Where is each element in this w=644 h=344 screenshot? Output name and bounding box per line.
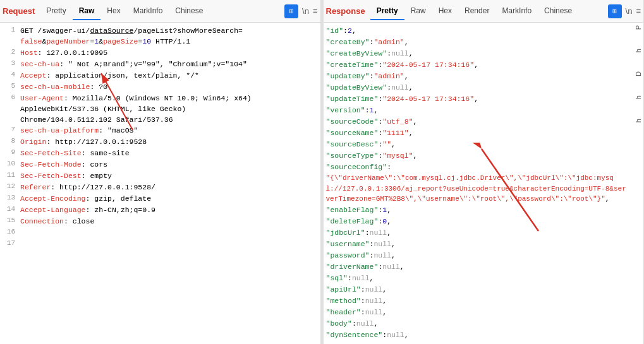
resp-line-method: "method":null,: [324, 295, 633, 307]
resp-line-deleteflag: "deleteFlag":0,: [324, 216, 633, 227]
resp-line-createbyview: "createByView":null,: [324, 48, 633, 59]
resp-line-version: "version":1,: [324, 105, 633, 116]
request-menu-icon[interactable]: ≡: [313, 6, 318, 16]
request-line-6: 6 User-Agent: Mozilla/5.0 (Windows NT 10…: [0, 93, 320, 126]
response-panel: Response Pretty Raw Hex Render MarkInfo …: [324, 0, 645, 344]
request-panel: Request Pretty Raw Hex MarkInfo Chinese …: [0, 0, 321, 344]
resp-line-apiurl: "apiUrl":null,: [324, 284, 633, 295]
resp-line-updatebyview: "updateByView":null,: [324, 82, 633, 93]
request-line-15: 15 Connection: close: [0, 216, 320, 227]
resp-line-dynsentence: "dynSentence":null,: [324, 329, 633, 341]
line-content-1: GET /swagger-ui/dataSource/pageList?show…: [20, 25, 318, 47]
tab-request-pretty[interactable]: Pretty: [40, 3, 72, 20]
resp-line-jdbcurl: "jdbcUrl":null,: [324, 227, 633, 239]
request-line-4: 4 Accept: application/json, text/plain, …: [0, 70, 320, 81]
request-line-11: 11 Sec-Fetch-Dest: empty: [0, 170, 320, 182]
resp-line-password: "password":null,: [324, 250, 633, 261]
resp-line-createby: "createBy":"admin",: [324, 37, 633, 48]
resp-line-enableflag: "enableFlag":1,: [324, 205, 633, 216]
tab-response-hex[interactable]: Hex: [432, 3, 458, 20]
request-line-17: 17: [0, 239, 320, 250]
request-line-12: 12 Referer: http://127.0.0.1:9528/: [0, 182, 320, 193]
response-copy-icon[interactable]: ⊞: [608, 4, 622, 18]
request-line-8: 8 Origin: http://127.0.0.1:9528: [0, 136, 320, 148]
tab-response-markinfo[interactable]: MarkInfo: [495, 3, 538, 20]
resp-line-createtime: "createTime":"2024-05-17 17:34:16",: [324, 59, 633, 71]
tab-response-chinese[interactable]: Chinese: [538, 3, 578, 20]
response-title: Response: [326, 6, 365, 16]
side-label-h1: h: [635, 49, 642, 52]
request-copy-icon[interactable]: ⊞: [284, 4, 298, 18]
side-label-d: D: [635, 71, 642, 76]
resp-line-sourceconfig-val: "{\"driverName\":\"com.mysql.cj.jdbc.Dri…: [324, 173, 633, 205]
resp-line-sourcedesc: "sourceDesc":"",: [324, 139, 633, 150]
resp-line-sourcetype: "sourceType":"mysql",: [324, 150, 633, 162]
request-line-10: 10 Sec-Fetch-Mode: cors: [0, 159, 320, 170]
resp-line-sql: "sql":null,: [324, 273, 633, 284]
request-wrap-icon[interactable]: \n: [302, 6, 309, 16]
tab-request-markinfo[interactable]: MarkInfo: [127, 3, 169, 20]
resp-line-header: "header":null,: [324, 307, 633, 318]
tab-request-hex[interactable]: Hex: [100, 3, 126, 20]
tab-response-pretty[interactable]: Pretty: [370, 3, 404, 20]
resp-line-sourcecode: "sourceCode":"utf_8",: [324, 116, 633, 128]
resp-line-sourcename: "sourceName":"1111",: [324, 128, 633, 139]
line-num-1: 1: [3, 25, 15, 33]
side-label-h2: h: [635, 95, 642, 99]
response-menu-icon[interactable]: ≡: [636, 6, 641, 16]
request-line-3: 3 sec-ch-ua: " Not A;Brand";v="99", "Chr…: [0, 59, 320, 70]
request-content: 1 GET /swagger-ui/dataSource/pageList?sh…: [0, 23, 320, 344]
request-line-1: 1 GET /swagger-ui/dataSource/pageList?sh…: [0, 25, 320, 47]
request-title: Request: [3, 6, 35, 16]
request-line-5: 5 sec-ch-ua-mobile: ?0: [0, 81, 320, 93]
resp-line-updatetime: "updateTime":"2024-05-17 17:34:16",: [324, 93, 633, 105]
resp-line-drivername: "driverName":null,: [324, 261, 633, 273]
request-tab-bar: Request Pretty Raw Hex MarkInfo Chinese …: [0, 0, 320, 23]
side-label-h3: h: [635, 119, 642, 122]
resp-line-id: "id":2,: [324, 25, 633, 37]
resp-line-sourceconfig-key: "sourceConfig":: [324, 162, 633, 173]
request-line-9: 9 Sec-Fetch-Site: same-site: [0, 148, 320, 159]
request-line-13: 13 Accept-Encoding: gzip, deflate: [0, 193, 320, 205]
response-wrap-icon[interactable]: \n: [626, 6, 633, 16]
tab-response-render[interactable]: Render: [458, 3, 495, 20]
response-side-labels: P h D h h: [635, 25, 643, 122]
side-label-p: P: [635, 25, 642, 30]
request-line-16: 16: [0, 227, 320, 239]
request-line-2: 2 Host: 127.0.0.1:9095: [0, 47, 320, 59]
tab-request-raw[interactable]: Raw: [73, 3, 101, 20]
tab-response-raw[interactable]: Raw: [404, 3, 432, 20]
response-content: "id":2, "createBy":"admin", "createByVie…: [324, 23, 644, 344]
tab-request-chinese[interactable]: Chinese: [169, 3, 209, 20]
resp-line-username: "username":null,: [324, 239, 633, 250]
request-line-14: 14 Accept-Language: zh-CN,zh;q=0.9: [0, 205, 320, 216]
response-tab-bar: Response Pretty Raw Hex Render MarkInfo …: [324, 0, 644, 23]
resp-line-body: "body":null,: [324, 318, 633, 329]
request-line-7: 7 sec-ch-ua-platform: "macOS": [0, 125, 320, 136]
resp-line-updateby: "updateBy":"admin",: [324, 71, 633, 82]
